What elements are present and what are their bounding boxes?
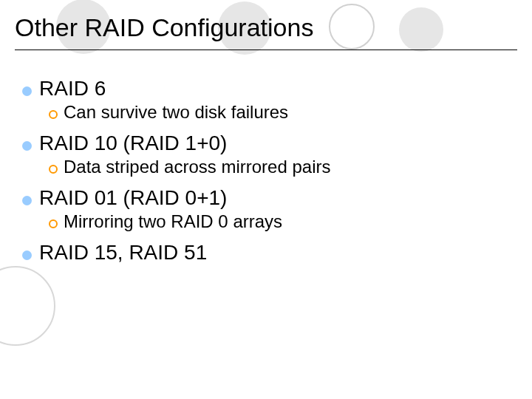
decorative-circle [0, 267, 55, 345]
disc-bullet-icon [22, 86, 32, 96]
slide-title: Other RAID Configurations [15, 13, 517, 50]
slide: Other RAID Configurations RAID 6Can surv… [0, 0, 532, 265]
bullet-level2-label: Mirroring two RAID 0 arrays [64, 211, 282, 232]
disc-bullet-icon [22, 196, 32, 205]
bullet-level1-label: RAID 10 (RAID 1+0) [39, 132, 227, 155]
ring-bullet-icon [49, 110, 58, 119]
bullet-level1-label: RAID 6 [39, 77, 106, 100]
slide-content: RAID 6Can survive two disk failuresRAID … [15, 77, 517, 265]
bullet-level2-label: Data striped across mirrored pairs [64, 157, 330, 177]
bullet-level1: RAID 01 (RAID 0+1) [22, 186, 517, 210]
bullet-level2: Data striped across mirrored pairs [49, 157, 517, 177]
bullet-level2-label: Can survive two disk failures [64, 102, 288, 123]
bullet-level2: Can survive two disk failures [49, 102, 517, 123]
ring-bullet-icon [49, 165, 58, 174]
bullet-level2: Mirroring two RAID 0 arrays [49, 211, 517, 232]
bullet-level1: RAID 6 [22, 77, 517, 100]
bullet-level1: RAID 15, RAID 51 [22, 241, 517, 265]
ring-bullet-icon [49, 219, 58, 228]
disc-bullet-icon [22, 141, 32, 151]
bullet-level1: RAID 10 (RAID 1+0) [22, 132, 517, 155]
bullet-level1-label: RAID 15, RAID 51 [39, 241, 207, 265]
bullet-level1-label: RAID 01 (RAID 0+1) [39, 186, 227, 210]
disc-bullet-icon [22, 250, 32, 260]
